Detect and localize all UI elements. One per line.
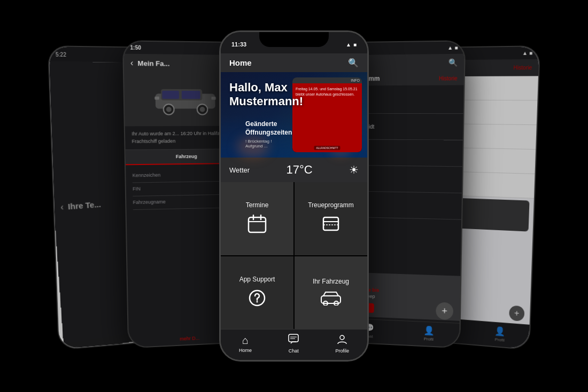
info-card-sub-text: ! Brückentag ! Aufgrund ... — [245, 139, 288, 148]
status-icons-fourth: ▲ ■ — [447, 45, 458, 51]
svg-point-25 — [340, 335, 344, 340]
grid-termine-label: Termine — [246, 201, 269, 209]
app-support-label: App Support — [239, 276, 275, 283]
info-card-body: Freitag 14.05. und Samstag 15.05.21 blei… — [292, 83, 362, 152]
phone-left-title: Ihre Te... — [68, 200, 102, 211]
grid-cell-treueprogramm[interactable]: Treueprogramm — [295, 182, 367, 255]
weather-temp: 17°C — [286, 163, 312, 177]
tab-profil-fourth[interactable]: 👤 Profil — [423, 325, 435, 342]
tab-profile[interactable]: Profile — [335, 334, 349, 354]
car-svg — [148, 81, 223, 119]
info-card-header: INFO — [292, 77, 362, 83]
center-content: Hallo, Max Mustermann! INFO Freitag 14.0… — [221, 72, 367, 360]
info-card[interactable]: INFO Freitag 14.05. und Samstag 15.05.21… — [292, 77, 362, 152]
info-card-right-panel: Geänderte Öffnungszeiten ! Brückentag ! … — [245, 120, 288, 148]
hero-section: Hallo, Max Mustermann! INFO Freitag 14.0… — [221, 72, 367, 158]
phone-center: 11:33 ▲ ■ Home 🔍 — [219, 30, 369, 362]
svg-point-18 — [257, 301, 258, 302]
weather-bar: Wetter 17°C ☀ — [221, 158, 367, 182]
tab-chat-label: Chat — [289, 348, 299, 354]
svg-rect-14 — [323, 217, 338, 230]
center-nav-bar: Home 🔍 — [221, 53, 367, 72]
profil-tab-icon: 👤 — [423, 325, 434, 336]
profile-icon — [337, 334, 347, 347]
battery-icon-fourth: ■ — [454, 45, 458, 51]
phone-center-screen: 11:33 ▲ ■ Home 🔍 — [221, 32, 367, 360]
weather-sun-icon: ☀ — [349, 163, 359, 176]
svg-rect-7 — [182, 91, 200, 99]
date-badge: 09.07.2021 - 17:00 — [65, 348, 108, 349]
center-notch — [259, 32, 329, 47]
grid-section: Termine Treueprogramm — [221, 182, 367, 329]
center-nav-title: Home — [229, 58, 252, 67]
tab-profil-right-label: Profil — [494, 337, 505, 343]
center-status-icons: ▲ ■ — [346, 42, 357, 48]
info-card-right-title: Geänderte Öffnungszeiten — [245, 120, 288, 137]
back-chevron-icon[interactable]: ‹ — [130, 58, 134, 68]
tab-profil-right[interactable]: 👤 Profil — [494, 326, 505, 343]
tab-profil-fourth-label: Profil — [424, 336, 434, 342]
svg-rect-10 — [249, 217, 266, 232]
phone-second-time: 1:50 — [130, 45, 141, 51]
svg-rect-6 — [162, 91, 179, 99]
svg-rect-22 — [289, 334, 298, 342]
tab-home[interactable]: ⌂ Home — [239, 334, 252, 353]
tab-profile-label: Profile — [335, 348, 349, 354]
tab-chat[interactable]: Chat — [288, 334, 299, 354]
back-chevron-icon[interactable]: ‹ — [60, 202, 64, 213]
info-card-body-text: Freitag 14.05. und Samstag 15.05.21 blei… — [296, 87, 359, 97]
fahrzeug-title: Mein Fa... — [137, 59, 169, 68]
menu-item-text-idt: idt — [369, 123, 375, 129]
phone-left-time: 5:22 — [56, 51, 66, 57]
grid-cell-app-support[interactable]: App Support — [221, 256, 293, 330]
phones-container: 5:22 ●●● ‹ Ihre Te... 09.07.2021 - 17:00… — [27, 14, 561, 378]
status-icons-right: ▲ ■ — [522, 50, 533, 56]
termine-icon — [247, 214, 267, 236]
center-time: 11:33 — [231, 41, 246, 48]
grid-cell-ihr-fahrzeug[interactable]: Ihr Fahrzeug — [295, 256, 367, 330]
right-history-label[interactable]: Historie — [513, 65, 532, 70]
treueprogramm-label: Treueprogramm — [308, 201, 354, 209]
info-card-logo: ALLRADSCHNITT — [314, 146, 340, 150]
battery-icon: ■ — [353, 42, 357, 48]
search-icon-chat[interactable]: 🔍 — [448, 58, 458, 67]
app-support-icon — [247, 288, 267, 310]
hero-greeting: Hallo, Max Mustermann! — [229, 81, 299, 109]
profil-icon-right: 👤 — [494, 326, 506, 337]
weather-label: Wetter — [229, 166, 250, 174]
treueprogramm-icon — [321, 214, 341, 236]
chat-icon — [288, 334, 299, 347]
search-icon[interactable]: 🔍 — [348, 58, 359, 68]
tab-bar-center: ⌂ Home Chat — [221, 329, 367, 360]
wifi-icon-fourth: ▲ — [447, 45, 453, 51]
wifi-icon: ▲ — [346, 42, 351, 48]
grid-cell-termine[interactable]: Termine — [221, 182, 293, 255]
home-icon: ⌂ — [242, 334, 249, 347]
ihr-fahrzeug-icon — [320, 291, 342, 308]
svg-rect-8 — [211, 97, 215, 100]
svg-rect-9 — [154, 97, 159, 100]
ihr-fahrzeug-label: Ihr Fahrzeug — [313, 278, 349, 285]
tab-home-label: Home — [239, 348, 252, 353]
history-label[interactable]: Historie — [439, 75, 458, 81]
